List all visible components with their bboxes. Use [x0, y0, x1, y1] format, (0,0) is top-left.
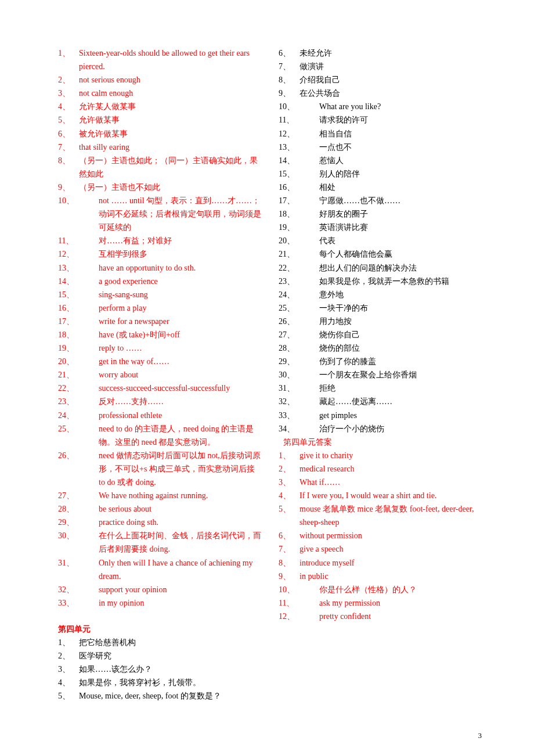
item-text: 一个朋友在聚会上给你香烟	[319, 368, 482, 381]
item-number: 11、	[58, 234, 99, 247]
list-item: 14、惹恼人	[279, 154, 482, 167]
item-text: 烧伤你自己	[319, 328, 482, 341]
item-text: give it to charity	[300, 449, 482, 462]
list-item: 2、not serious enough	[58, 73, 261, 87]
list-item: 6、被允许做某事	[58, 127, 261, 141]
list-item: 8、introduce myself	[279, 556, 482, 570]
item-number: 25、	[58, 422, 99, 449]
item-text: If I were you, I would wear a shirt and …	[300, 489, 482, 502]
item-text: 代表	[319, 234, 482, 247]
item-text: 在什么上面花时间、金钱，后接名词代词，而后者则需要接 doing.	[99, 529, 261, 556]
list-item: 31、拒绝	[279, 381, 482, 395]
item-number: 21、	[279, 247, 319, 261]
item-text: in my opinion	[99, 596, 261, 610]
item-text: 别人的陪伴	[319, 167, 482, 181]
item-text: have (或 take)+时间+off	[99, 328, 261, 341]
item-number: 12、	[58, 247, 99, 261]
list-item: 26、need 做情态动词时后面可以加 not,后接动词原形，不可以+s 构成三…	[58, 449, 261, 489]
item-number: 6、	[58, 127, 79, 141]
list-item: 5、mouse 老鼠单数 mice 老鼠复数 foot-feet, deer-d…	[279, 502, 482, 529]
item-number: 24、	[279, 288, 319, 301]
item-text: 介绍我自己	[300, 73, 482, 87]
list-item: 2、医学研究	[58, 649, 261, 663]
item-text: give a speech	[300, 542, 482, 556]
list-item: 第四单元答案	[279, 435, 482, 449]
item-text: a good experience	[99, 275, 261, 288]
list-item: 7、that silly earing	[58, 141, 261, 154]
list-item: 11、对……有益；对谁好	[58, 234, 261, 247]
item-number: 6、	[279, 529, 300, 542]
list-item: 9、（另一）主语也不如此	[58, 181, 261, 194]
item-text: 把它给慈善机构	[79, 636, 261, 649]
item-number: 20、	[58, 355, 99, 368]
item-number: 11、	[279, 596, 319, 610]
item-number: 2、	[58, 649, 79, 663]
list-item: 33、in my opinion	[58, 596, 261, 610]
document-page: 1、Sixteen-year-olds should be allowed to…	[0, 0, 534, 756]
item-number: 19、	[279, 221, 319, 234]
list-item: 12、相当自信	[279, 127, 482, 141]
list-item: 1、give it to charity	[279, 449, 482, 462]
item-text: ask my permission	[319, 596, 482, 610]
item-text: 惹恼人	[319, 154, 482, 167]
list-item: 11、请求我的许可	[279, 113, 482, 127]
item-number: 26、	[58, 449, 99, 489]
item-text: 如果是你，我将穿衬衫，扎领带。	[79, 676, 261, 689]
content-columns: 1、Sixteen-year-olds should be allowed to…	[58, 46, 482, 714]
list-item: 4、If I were you, I would wear a shirt an…	[279, 489, 482, 502]
item-text: without permission	[300, 529, 482, 542]
item-number: 5、	[58, 689, 79, 703]
item-text: 在公共场合	[300, 87, 482, 100]
list-item: 13、have an opportunity to do sth.	[58, 261, 261, 275]
item-text: 用力地按	[319, 315, 482, 328]
item-text: practice doing sth.	[99, 516, 261, 529]
item-text: medical research	[300, 462, 482, 476]
list-item: 22、想出人们的问题的解决办法	[279, 261, 482, 275]
item-text: 宁愿做……也不做……	[319, 194, 482, 207]
item-number: 30、	[58, 529, 99, 556]
item-number: 14、	[279, 154, 319, 167]
item-text: 被允许做某事	[79, 127, 261, 141]
item-number: 7、	[279, 60, 300, 73]
section-heading: 第四单元	[58, 622, 261, 636]
item-number: 1、	[279, 449, 300, 462]
list-item: 6、未经允许	[279, 46, 482, 60]
list-item: 3、What if……	[279, 476, 482, 489]
item-text: write for a newspaper	[99, 315, 261, 328]
item-text: （另一）主语也不如此	[79, 181, 261, 194]
item-number: 12、	[279, 610, 319, 623]
item-number: 20、	[279, 234, 319, 247]
list-item: 3、not calm enough	[58, 87, 261, 100]
item-number: 5、	[58, 113, 79, 127]
list-item: 30、在什么上面花时间、金钱，后接名词代词，而后者则需要接 doing.	[58, 529, 261, 556]
item-text: 藏起……使远离……	[319, 395, 482, 408]
item-number: 30、	[279, 368, 319, 381]
item-text: 允许某人做某事	[79, 100, 261, 113]
item-number: 23、	[58, 395, 99, 408]
item-number: 31、	[279, 381, 319, 395]
list-item: 28、be serious about	[58, 502, 261, 516]
item-text: support your opinion	[99, 583, 261, 596]
page-number: 3	[478, 729, 482, 741]
item-number: 16、	[58, 301, 99, 315]
item-number: 21、	[58, 368, 99, 381]
list-item: 12、互相学到很多	[58, 247, 261, 261]
item-number: 1、	[58, 636, 79, 649]
item-number: 4、	[58, 100, 79, 113]
list-item: 23、反对……支持……	[58, 395, 261, 408]
item-text: mouse 老鼠单数 mice 老鼠复数 foot-feet, deer-dee…	[300, 502, 482, 529]
item-text: pretty confident	[319, 610, 482, 623]
item-text: 英语演讲比赛	[319, 221, 482, 234]
item-number: 8、	[58, 154, 79, 181]
list-item: 16、perform a play	[58, 301, 261, 315]
item-text: 一点也不	[319, 141, 482, 154]
list-item: 27、烧伤你自己	[279, 328, 482, 341]
list-item: 15、别人的陪伴	[279, 167, 482, 181]
list-item: 21、worry about	[58, 368, 261, 381]
item-text: 意外地	[319, 288, 482, 301]
item-number: 4、	[279, 489, 300, 502]
item-text: 伤到了你的膝盖	[319, 355, 482, 368]
list-item: 32、support your opinion	[58, 583, 261, 596]
item-number: 12、	[279, 127, 319, 141]
list-item: 10、你是什么样（性格）的人？	[279, 583, 482, 596]
